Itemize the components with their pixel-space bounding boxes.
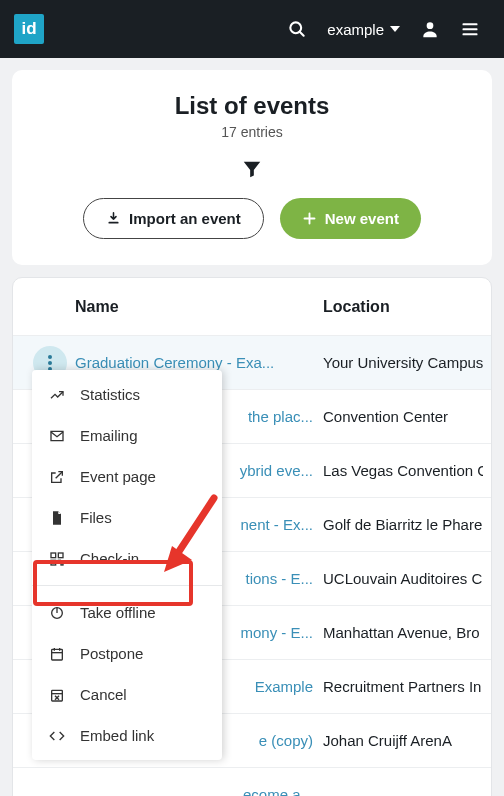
svg-point-2 xyxy=(427,22,434,29)
event-location: Manhattan Avenue, Bro xyxy=(323,624,483,641)
file-icon xyxy=(48,510,66,526)
filter-icon[interactable] xyxy=(241,158,263,180)
caret-down-icon xyxy=(390,26,400,32)
new-event-button[interactable]: New event xyxy=(280,198,421,239)
ctx-label: Check-in xyxy=(80,550,139,567)
plus-icon xyxy=(302,211,317,226)
download-icon xyxy=(106,211,121,226)
calendar-icon xyxy=(48,646,66,662)
calendar-x-icon xyxy=(48,687,66,703)
ctx-label: Event page xyxy=(80,468,156,485)
svg-rect-14 xyxy=(51,560,56,565)
row-context-menu: Statistics Emailing Event page Files Che… xyxy=(32,370,222,760)
entries-count: 17 entries xyxy=(30,124,474,140)
ctx-label: Emailing xyxy=(80,427,138,444)
svg-rect-3 xyxy=(463,23,478,25)
external-link-icon xyxy=(48,469,66,485)
code-icon xyxy=(48,728,66,744)
import-event-button[interactable]: Import an event xyxy=(83,198,264,239)
ctx-label: Files xyxy=(80,509,112,526)
search-icon[interactable] xyxy=(287,19,307,39)
power-icon xyxy=(48,605,66,621)
chart-line-icon xyxy=(48,387,66,403)
ctx-postpone[interactable]: Postpone xyxy=(32,633,222,674)
event-location: UCLouvain Auditoires C xyxy=(323,570,483,587)
svg-rect-4 xyxy=(463,28,478,30)
table-header: Name Location xyxy=(13,278,491,336)
ctx-label: Embed link xyxy=(80,727,154,744)
menu-icon[interactable] xyxy=(460,19,480,39)
event-location: Convention Center xyxy=(323,408,483,425)
ctx-label: Take offline xyxy=(80,604,156,621)
svg-rect-19 xyxy=(52,649,63,660)
event-name-link[interactable]: Graduation Ceremony - Exa... xyxy=(75,354,313,371)
svg-rect-13 xyxy=(58,553,63,558)
ctx-cancel[interactable]: Cancel xyxy=(32,674,222,715)
ctx-take-offline[interactable]: Take offline xyxy=(32,592,222,633)
event-location: Golf de Biarritz le Phare xyxy=(323,516,483,533)
ctx-label: Statistics xyxy=(80,386,140,403)
event-location: Your University Campus xyxy=(323,354,483,371)
svg-rect-23 xyxy=(52,690,63,701)
ctx-embed[interactable]: Embed link xyxy=(32,715,222,756)
svg-rect-15 xyxy=(58,560,60,562)
svg-line-1 xyxy=(300,32,304,36)
ctx-event-page[interactable]: Event page xyxy=(32,456,222,497)
col-header-name[interactable]: Name xyxy=(75,298,323,316)
svg-rect-6 xyxy=(109,222,119,224)
svg-point-9 xyxy=(48,355,52,359)
app-header: id example xyxy=(0,0,504,58)
ctx-label: Postpone xyxy=(80,645,143,662)
import-label: Import an event xyxy=(129,210,241,227)
svg-rect-12 xyxy=(51,553,56,558)
svg-rect-16 xyxy=(61,563,63,565)
qr-code-icon xyxy=(48,551,66,567)
table-row[interactable]: ecome a... xyxy=(13,768,491,796)
ctx-label: Cancel xyxy=(80,686,127,703)
account-label: example xyxy=(327,21,384,38)
logo[interactable]: id xyxy=(14,14,44,44)
ctx-check-in[interactable]: Check-in xyxy=(32,538,222,579)
ctx-statistics[interactable]: Statistics xyxy=(32,374,222,415)
event-location: Las Vegas Convention C xyxy=(323,462,483,479)
ctx-files[interactable]: Files xyxy=(32,497,222,538)
account-dropdown[interactable]: example xyxy=(327,21,400,38)
event-location: Johan Cruijff ArenA xyxy=(323,732,483,749)
action-buttons: Import an event New event xyxy=(30,198,474,239)
ctx-emailing[interactable]: Emailing xyxy=(32,415,222,456)
page-title: List of events xyxy=(30,92,474,120)
list-card: List of events 17 entries Import an even… xyxy=(12,70,492,265)
svg-rect-5 xyxy=(463,33,478,35)
event-location: Recruitment Partners In xyxy=(323,678,483,695)
svg-point-10 xyxy=(48,361,52,365)
envelope-icon xyxy=(48,428,66,444)
user-icon[interactable] xyxy=(420,19,440,39)
new-label: New event xyxy=(325,210,399,227)
col-header-location[interactable]: Location xyxy=(323,298,483,316)
event-name-link[interactable]: ecome a... xyxy=(75,786,313,796)
separator xyxy=(32,585,222,586)
